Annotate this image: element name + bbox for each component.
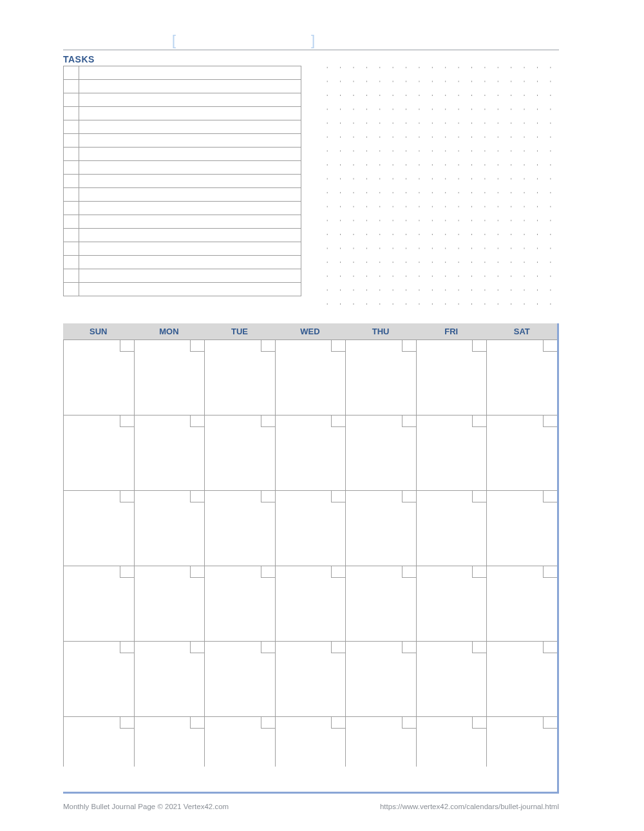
calendar-day-cell[interactable] (204, 566, 275, 641)
calendar-day-cell[interactable] (63, 490, 134, 566)
calendar-day-cell[interactable] (345, 339, 416, 415)
calendar-day-cell[interactable] (486, 716, 557, 767)
task-text-cell[interactable] (79, 215, 301, 229)
task-text-cell[interactable] (79, 148, 301, 161)
task-checkbox-cell[interactable] (64, 242, 79, 256)
task-checkbox-cell[interactable] (64, 66, 79, 80)
task-checkbox-cell[interactable] (64, 229, 79, 242)
calendar-day-cell[interactable] (275, 566, 346, 641)
task-text-cell[interactable] (79, 175, 301, 188)
calendar-day-cell[interactable] (345, 716, 416, 767)
task-row (64, 215, 301, 229)
day-number-box (331, 642, 345, 653)
task-checkbox-cell[interactable] (64, 80, 79, 93)
task-text-cell[interactable] (79, 188, 301, 202)
calendar-day-cell[interactable] (204, 716, 275, 767)
calendar-day-cell[interactable] (63, 415, 134, 490)
calendar-day-cell[interactable] (275, 641, 346, 716)
task-checkbox-cell[interactable] (64, 107, 79, 120)
calendar-day-cell[interactable] (134, 641, 205, 716)
task-row (64, 256, 301, 269)
calendar-day-cell[interactable] (416, 716, 487, 767)
task-checkbox-cell[interactable] (64, 283, 79, 296)
calendar-day-cell[interactable] (486, 641, 557, 716)
task-text-cell[interactable] (79, 202, 301, 215)
task-text-cell[interactable] (79, 256, 301, 269)
dot-grid-column (317, 54, 559, 308)
day-number-box (402, 717, 416, 729)
calendar-day-cell[interactable] (275, 415, 346, 490)
task-checkbox-cell[interactable] (64, 256, 79, 269)
task-text-cell[interactable] (79, 161, 301, 175)
calendar-day-cell[interactable] (345, 641, 416, 716)
task-row (64, 229, 301, 242)
calendar-day-cell[interactable] (134, 716, 205, 767)
calendar-day-cell[interactable] (63, 716, 134, 767)
task-text-cell[interactable] (79, 229, 301, 242)
calendar-day-cell[interactable] (486, 415, 557, 490)
task-checkbox-cell[interactable] (64, 93, 79, 107)
task-checkbox-cell[interactable] (64, 188, 79, 202)
task-text-cell[interactable] (79, 134, 301, 148)
calendar-day-cell[interactable] (204, 339, 275, 415)
page-content: [] TASKS SUNMONTUEWEDTHUFRISAT (63, 32, 559, 794)
task-checkbox-cell[interactable] (64, 202, 79, 215)
task-checkbox-cell[interactable] (64, 148, 79, 161)
day-number-box (472, 416, 486, 427)
calendar-day-cell[interactable] (416, 641, 487, 716)
calendar-header-row: SUNMONTUEWEDTHUFRISAT (63, 323, 557, 339)
footer: Monthly Bullet Journal Page © 2021 Verte… (63, 803, 559, 810)
calendar-day-cell[interactable] (486, 339, 557, 415)
task-row (64, 120, 301, 134)
tasks-heading: TASKS (63, 54, 301, 64)
calendar-week-row (63, 641, 557, 716)
task-text-cell[interactable] (79, 93, 301, 107)
task-checkbox-cell[interactable] (64, 175, 79, 188)
calendar-day-cell[interactable] (416, 490, 487, 566)
calendar-day-header: MON (134, 323, 205, 339)
task-text-cell[interactable] (79, 242, 301, 256)
task-checkbox-cell[interactable] (64, 134, 79, 148)
task-checkbox-cell[interactable] (64, 120, 79, 134)
calendar-day-cell[interactable] (134, 490, 205, 566)
task-text-cell[interactable] (79, 107, 301, 120)
calendar-day-cell[interactable] (486, 566, 557, 641)
task-row (64, 161, 301, 175)
calendar-day-cell[interactable] (416, 339, 487, 415)
calendar-day-cell[interactable] (134, 339, 205, 415)
task-text-cell[interactable] (79, 66, 301, 80)
bracket-left: [ (172, 32, 311, 48)
calendar-day-cell[interactable] (416, 415, 487, 490)
day-number-box (543, 416, 557, 427)
day-number-box (472, 340, 486, 352)
calendar-day-cell[interactable] (416, 566, 487, 641)
calendar-day-cell[interactable] (345, 415, 416, 490)
calendar-day-cell[interactable] (345, 566, 416, 641)
task-text-cell[interactable] (79, 80, 301, 93)
day-number-box (331, 566, 345, 578)
task-checkbox-cell[interactable] (64, 215, 79, 229)
calendar-day-cell[interactable] (275, 339, 346, 415)
task-row (64, 188, 301, 202)
task-checkbox-cell[interactable] (64, 269, 79, 283)
calendar-day-cell[interactable] (63, 339, 134, 415)
calendar-day-cell[interactable] (275, 490, 346, 566)
calendar-day-cell[interactable] (204, 415, 275, 490)
calendar-day-cell[interactable] (63, 566, 134, 641)
calendar-week-row (63, 339, 557, 415)
calendar-day-header: WED (275, 323, 346, 339)
task-text-cell[interactable] (79, 269, 301, 283)
calendar-day-cell[interactable] (204, 490, 275, 566)
calendar-day-cell[interactable] (204, 641, 275, 716)
day-number-box (190, 491, 204, 502)
calendar-day-cell[interactable] (275, 716, 346, 767)
task-text-cell[interactable] (79, 120, 301, 134)
task-checkbox-cell[interactable] (64, 161, 79, 175)
calendar-day-cell[interactable] (134, 566, 205, 641)
calendar-day-cell[interactable] (134, 415, 205, 490)
calendar-day-cell[interactable] (345, 490, 416, 566)
calendar-day-cell[interactable] (486, 490, 557, 566)
calendar-day-header: SAT (486, 323, 557, 339)
task-text-cell[interactable] (79, 283, 301, 296)
calendar-day-cell[interactable] (63, 641, 134, 716)
